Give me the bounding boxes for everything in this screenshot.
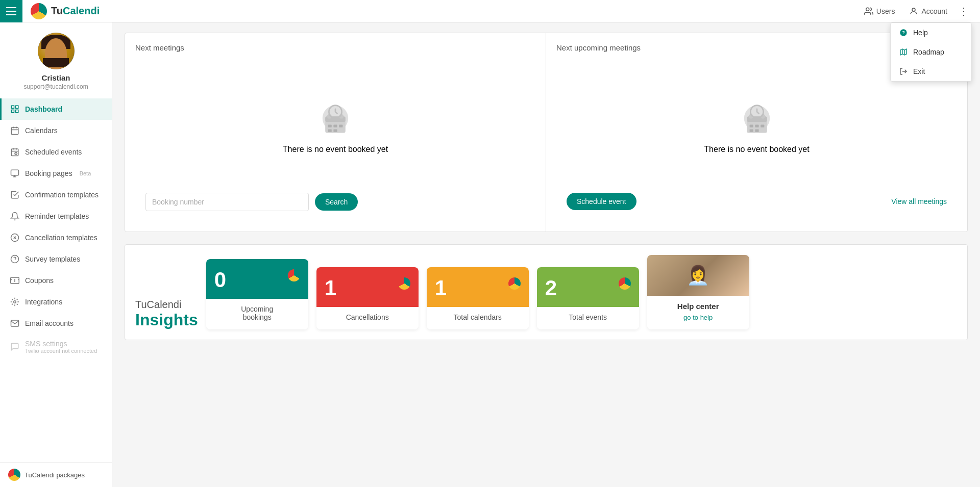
- calendar-icon: [10, 125, 20, 136]
- sidebar-item-cancellation-templates[interactable]: Cancellation templates: [0, 227, 112, 248]
- dropdown-roadmap[interactable]: Roadmap: [891, 42, 971, 62]
- users-button[interactable]: Users: [858, 4, 901, 19]
- insight-card-cancellations[interactable]: 1 Cancellations: [316, 267, 419, 329]
- bell-icon: [10, 211, 20, 221]
- total-calendars-number: 1: [435, 277, 447, 299]
- cancellations-label: Cancellations: [325, 313, 410, 321]
- topnav: TuCalendi Users Account ⋮: [0, 0, 980, 22]
- sidebar-item-integrations[interactable]: Integrations: [0, 291, 112, 313]
- more-options-icon[interactable]: ⋮: [955, 2, 972, 20]
- insights-brand: TuCalendi: [135, 299, 198, 311]
- account-button[interactable]: Account: [903, 4, 953, 19]
- map-icon: [899, 47, 908, 57]
- svg-rect-37: [328, 124, 332, 127]
- sidebar-item-email-accounts[interactable]: Email accounts: [0, 313, 112, 334]
- app-name: TuCalendi: [51, 5, 100, 17]
- next-meetings-empty-text: There is no event booked yet: [283, 145, 388, 154]
- next-meetings-empty: There is no event booked yet: [135, 60, 535, 193]
- svg-point-1: [912, 8, 915, 11]
- topnav-right: Users Account ⋮: [858, 2, 980, 20]
- insight-logo-icon: [508, 277, 521, 290]
- svg-marker-4: [900, 49, 906, 55]
- profile-name: Cristian: [42, 73, 70, 82]
- svg-rect-49: [755, 124, 758, 127]
- avatar: [38, 33, 75, 69]
- clock-calendar-icon: [10, 147, 20, 157]
- sidebar-item-booking-pages[interactable]: Booking pages Beta: [0, 163, 112, 184]
- hamburger-icon: [6, 7, 16, 15]
- insights-section: TuCalendi Insights 0 Upcomingbookings: [125, 244, 968, 340]
- question-circle-icon: ?: [899, 28, 908, 37]
- help-center-card[interactable]: 👩‍💼 Help center go to help: [647, 255, 749, 329]
- upcoming-actions: Schedule event View all meetings: [556, 193, 957, 220]
- svg-rect-39: [339, 124, 342, 127]
- sidebar-nav: Dashboard Calendars Scheduled events: [0, 98, 112, 462]
- sidebar-item-label: Dashboard: [25, 105, 62, 113]
- roadmap-label: Roadmap: [913, 48, 944, 56]
- sidebar-item-dashboard[interactable]: Dashboard: [0, 98, 112, 120]
- exit-icon: [899, 67, 908, 76]
- footer-logo-icon: [8, 469, 20, 481]
- help-center-title: Help center: [655, 302, 741, 311]
- sidebar-item-label: SMS settings: [25, 340, 97, 348]
- insight-card-upcoming-bookings[interactable]: 0 Upcomingbookings: [206, 259, 308, 329]
- logo-icon: [31, 3, 47, 19]
- sidebar-item-label: Cancellation templates: [25, 234, 97, 242]
- booking-number-input[interactable]: [145, 193, 309, 211]
- sidebar-item-label: Reminder templates: [25, 212, 89, 220]
- svg-rect-48: [749, 124, 753, 127]
- insight-logo-icon: [398, 277, 410, 290]
- help-label: Help: [913, 29, 928, 37]
- meetings-section: Next meetings: [125, 33, 968, 232]
- sidebar-item-survey-templates[interactable]: Survey templates: [0, 248, 112, 270]
- footer-label: TuCalendi packages: [24, 471, 85, 479]
- sms-sub-label: Twilio account not connected: [25, 348, 97, 354]
- svg-rect-52: [755, 129, 758, 132]
- main-content: Next meetings: [112, 0, 980, 487]
- email-icon: [10, 318, 20, 328]
- sidebar-item-coupons[interactable]: Coupons: [0, 270, 112, 291]
- coupon-icon: [10, 275, 20, 286]
- total-events-number: 2: [545, 277, 557, 299]
- svg-rect-8: [11, 106, 14, 108]
- empty-calendar-icon: [312, 99, 358, 145]
- dropdown-menu: ? Help Roadmap Exit: [890, 22, 972, 82]
- sidebar-item-sms-settings[interactable]: SMS settings Twilio account not connecte…: [0, 334, 112, 360]
- meeting-search-actions: Search: [135, 193, 535, 221]
- sidebar-item-scheduled-events[interactable]: Scheduled events: [0, 141, 112, 163]
- booking-icon: [10, 168, 20, 178]
- sidebar-item-label: Email accounts: [25, 319, 74, 327]
- insights-grid: TuCalendi Insights 0 Upcomingbookings: [135, 255, 957, 329]
- svg-point-33: [14, 301, 16, 303]
- insight-card-total-events[interactable]: 2 Total events: [537, 267, 639, 329]
- check-template-icon: [10, 190, 20, 200]
- sidebar-item-reminder-templates[interactable]: Reminder templates: [0, 206, 112, 227]
- schedule-event-button[interactable]: Schedule event: [567, 193, 636, 210]
- insights-word: Insights: [135, 311, 198, 329]
- insights-label: TuCalendi Insights: [135, 299, 198, 329]
- search-button[interactable]: Search: [315, 193, 358, 211]
- upcoming-bookings-label: Upcomingbookings: [214, 305, 300, 321]
- sidebar-footer[interactable]: TuCalendi packages: [0, 462, 112, 487]
- booking-beta-badge: Beta: [80, 170, 91, 176]
- sidebar-item-label: Calendars: [25, 126, 58, 135]
- sidebar-item-label: Integrations: [25, 298, 62, 306]
- insight-card-total-calendars[interactable]: 1 Total calendars: [427, 267, 529, 329]
- svg-rect-12: [11, 127, 18, 135]
- sidebar-item-calendars[interactable]: Calendars: [0, 120, 112, 141]
- grid-icon: [10, 104, 20, 114]
- sidebar-item-label: Scheduled events: [25, 148, 82, 156]
- next-meetings-title: Next meetings: [135, 43, 535, 52]
- view-all-meetings-link[interactable]: View all meetings: [891, 197, 947, 206]
- sidebar-item-confirmation-templates[interactable]: Confirmation templates: [0, 184, 112, 206]
- insight-logo-icon: [288, 269, 300, 281]
- cancellations-number: 1: [325, 277, 336, 299]
- svg-rect-40: [328, 129, 332, 132]
- hamburger-menu[interactable]: [0, 0, 22, 22]
- help-center-link[interactable]: go to help: [655, 314, 741, 321]
- dropdown-exit[interactable]: Exit: [891, 62, 971, 81]
- sms-icon: [10, 342, 20, 352]
- sidebar-item-label: Booking pages: [25, 169, 72, 177]
- svg-text:?: ?: [902, 30, 905, 35]
- dropdown-help[interactable]: ? Help: [891, 23, 971, 42]
